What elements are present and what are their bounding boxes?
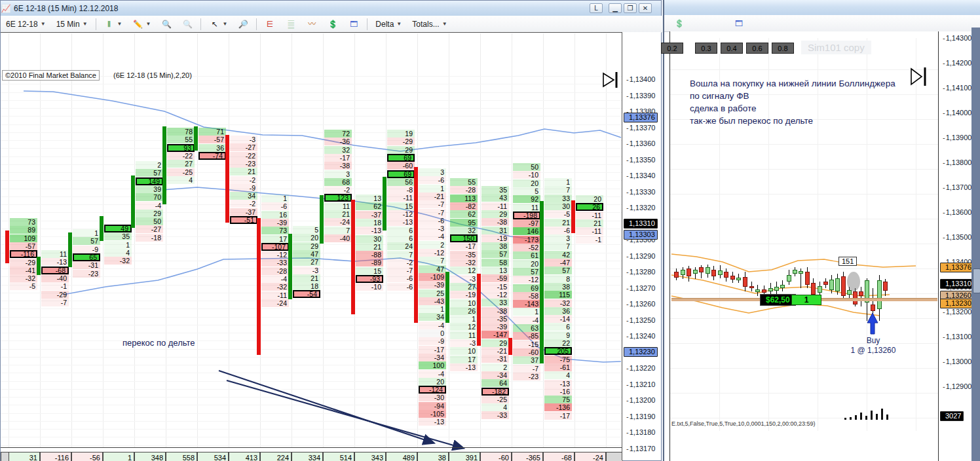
chevron-down-icon: ▼ bbox=[41, 21, 46, 27]
total-cell: 1 bbox=[103, 452, 134, 461]
right-price-axis[interactable]: 1,143001,142001,141001,140001,139001,138… bbox=[938, 31, 971, 461]
area-chart-icon: 〰 bbox=[307, 19, 317, 29]
price-label: 1,12900 bbox=[943, 382, 971, 390]
total-cell: -60 bbox=[480, 452, 512, 461]
price-label: 1,13400 bbox=[626, 75, 655, 83]
volume-bar bbox=[860, 413, 862, 420]
price-label: 1,13390 bbox=[626, 92, 655, 100]
total-cell: 224 bbox=[260, 452, 292, 461]
drawing-tools-button[interactable]: ✏️▼ bbox=[128, 17, 156, 31]
total-cell: 489 bbox=[386, 452, 417, 461]
candlestick-icon: ⫴ bbox=[104, 19, 115, 29]
totals-dropdown[interactable]: Totals...▼ bbox=[407, 18, 451, 31]
grid-panel-button[interactable]: 🗔 bbox=[729, 16, 749, 31]
title-bar-sliver[interactable] bbox=[664, 0, 980, 16]
price-tag: 1,13376 bbox=[940, 263, 974, 272]
bar-chart-button[interactable]: ⋿ bbox=[260, 17, 280, 31]
account-values-button[interactable]: 💲 bbox=[323, 17, 343, 31]
delta-dropdown[interactable]: Delta▼ bbox=[371, 18, 406, 31]
total-cell: 391 bbox=[449, 452, 480, 461]
price-tag: 1,13310 bbox=[624, 219, 658, 229]
price-label: 1,14300 bbox=[943, 34, 971, 42]
zoom-out-button[interactable]: 🔍 bbox=[178, 17, 197, 31]
toolbar-separator bbox=[200, 18, 201, 30]
total-cell: 413 bbox=[229, 452, 260, 461]
price-label: 1,13190 bbox=[626, 413, 655, 420]
account-values-button[interactable]: 💲 bbox=[669, 16, 689, 31]
price-label: 1,13220 bbox=[626, 364, 655, 372]
minimize-button[interactable]: ▁ bbox=[609, 3, 622, 13]
footprint-chart-area[interactable]: 7389109-57-116-29-41-32-511-13-68-40-1-2… bbox=[1, 32, 661, 460]
magnifier-icon: 🔎 bbox=[238, 19, 248, 29]
total-cell: 38 bbox=[417, 452, 449, 461]
market-depth-button[interactable]: 𝄛 bbox=[281, 17, 301, 31]
price-label: 1,13500 bbox=[943, 233, 971, 241]
candlestick-plot[interactable]: 0.20.30.40.60.8 Sim101 copy Вошла на пок… bbox=[669, 31, 938, 461]
price-label: 1,14100 bbox=[943, 84, 971, 92]
instrument-dropdown[interactable]: 6E 12-18▼ bbox=[1, 18, 50, 31]
totals-stub bbox=[606, 452, 623, 461]
total-cell: 334 bbox=[292, 452, 323, 461]
volume-bar bbox=[881, 409, 883, 420]
price-label: 1,13210 bbox=[626, 380, 655, 388]
buy-arrow-icon bbox=[670, 31, 939, 461]
toolbar-separator bbox=[367, 18, 368, 30]
price-label: 1,14200 bbox=[943, 59, 971, 67]
chevron-down-icon: ▼ bbox=[83, 21, 88, 27]
price-label: 1,13320 bbox=[626, 204, 655, 212]
price-label: 1,13900 bbox=[943, 134, 971, 141]
grid-icon: 🗔 bbox=[349, 19, 359, 29]
price-label: 1,13170 bbox=[626, 445, 655, 452]
total-cell: -24 bbox=[575, 452, 606, 461]
volume-bar bbox=[871, 411, 873, 420]
price-label: 1,13600 bbox=[943, 208, 971, 216]
price-tag: 1,13230 bbox=[624, 347, 658, 357]
region-chart-button[interactable]: 〰 bbox=[302, 17, 322, 31]
chevron-down-icon: ▼ bbox=[396, 21, 402, 27]
price-label: 1,13100 bbox=[943, 333, 971, 341]
price-label: 1,13240 bbox=[626, 332, 655, 340]
close-button[interactable]: ✕ bbox=[639, 3, 652, 13]
chevron-down-icon: ▼ bbox=[146, 21, 151, 27]
dollar-doc-icon: 💲 bbox=[674, 18, 685, 29]
chevron-down-icon: ▼ bbox=[222, 21, 227, 27]
interval-dropdown[interactable]: 15 Min▼ bbox=[52, 18, 92, 31]
price-label: 1,13250 bbox=[626, 316, 655, 324]
chart-toolbar: 6E 12-18▼ 15 Min▼ ⫴▼ ✏️▼ 🔍 🔍 ↖▼ 🔎 ⋿ 𝄛 〰 … bbox=[1, 16, 662, 33]
total-cell: -365 bbox=[512, 452, 543, 461]
footprint-plot[interactable]: 7389109-57-116-29-41-32-511-13-68-40-1-2… bbox=[1, 32, 622, 460]
total-cell: 343 bbox=[354, 452, 386, 461]
chevron-down-icon: ▼ bbox=[117, 21, 122, 27]
zoom-in-button[interactable]: 🔍 bbox=[157, 17, 176, 31]
window-title: 6E 12-18 (15 Min) 12.12.2018 bbox=[11, 4, 118, 13]
price-label: 1,14000 bbox=[943, 109, 971, 117]
price-label: 1,13200 bbox=[626, 396, 655, 404]
price-label: 1,13330 bbox=[626, 188, 655, 196]
price-label: 1,13280 bbox=[626, 268, 655, 276]
title-bar[interactable]: 📈 6E 12-18 (15 Min) 12.12.2018 L ▁ ❐ ✕ bbox=[1, 1, 661, 16]
total-cell: -56 bbox=[71, 452, 103, 461]
volume-bar bbox=[876, 414, 878, 420]
chart-style-button[interactable]: ⫴▼ bbox=[100, 17, 127, 31]
scrollbar-thumb[interactable] bbox=[973, 268, 980, 293]
left-price-axis[interactable]: 1,134001,133901,133801,133701,133601,133… bbox=[622, 32, 661, 460]
cursor-icon: ↖ bbox=[209, 19, 219, 29]
volume-bar bbox=[844, 418, 846, 420]
grid-panel-button[interactable]: 🗔 bbox=[344, 17, 364, 31]
data-box-button[interactable]: 🔎 bbox=[233, 17, 253, 31]
skip-to-end-icon[interactable] bbox=[1, 33, 622, 461]
strategy-parameters-text: E.txt,5,False,True,5,True,10,0,0001,150,… bbox=[671, 420, 815, 427]
price-label: 1,13000 bbox=[943, 358, 971, 365]
zoom-out-icon: 🔍 bbox=[182, 19, 193, 29]
pencil-icon: ✏️ bbox=[133, 19, 143, 29]
total-cell: 534 bbox=[197, 452, 229, 461]
buy-label: Buy bbox=[860, 336, 886, 345]
cursor-dropdown[interactable]: ↖▼ bbox=[204, 17, 232, 31]
side-scrollbar[interactable] bbox=[971, 28, 980, 461]
restore-button[interactable]: ❐ bbox=[624, 3, 637, 13]
price-tag: 1,13303 bbox=[624, 230, 658, 240]
price-tag: 1,13376 bbox=[624, 113, 658, 122]
price-label: 1,13700 bbox=[943, 183, 971, 191]
link-button[interactable]: L bbox=[590, 3, 603, 13]
plot-bottom-line bbox=[1, 447, 622, 448]
